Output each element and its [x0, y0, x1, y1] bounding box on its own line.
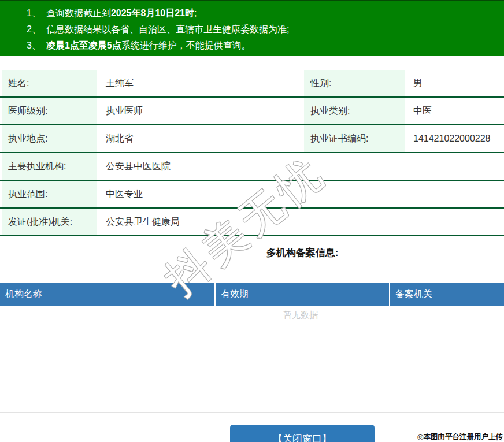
empty-data-text: 暂无数据 — [49, 310, 504, 321]
practitioner-detail-table: 姓名: 王纯军 性别: 男 医师级别: 执业医师 执业类别: 中医 执业地点: … — [0, 70, 504, 236]
field-label-doctor-level: 医师级别: — [2, 98, 97, 124]
header-cell-institution-name: 机构名称 — [0, 283, 214, 306]
field-value-practice-scope: 中医专业 — [97, 181, 504, 207]
field-value-doctor-level: 执业医师 — [97, 98, 302, 124]
notice-text-bold: 2025年8月10日21时 — [111, 8, 194, 18]
record-table-header: 机构名称 有效期 备案机关 — [0, 283, 504, 306]
field-label-practice-category: 执业类别: — [304, 98, 405, 124]
field-value-practice-category: 中医 — [405, 98, 504, 124]
divider — [0, 412, 504, 413]
notice-number: 3、 — [27, 40, 41, 50]
notice-text: 信息数据结果以各省、自治区、直辖市卫生健康委数据为准; — [46, 24, 289, 34]
field-label-gender: 性别: — [304, 70, 405, 96]
field-label-issuing-authority: 发证(批准)机关: — [2, 209, 97, 235]
divider — [0, 332, 504, 332]
table-row: 发证(批准)机关: 公安县卫生健康局 — [0, 209, 504, 236]
field-label-main-institution: 主要执业机构: — [2, 153, 97, 180]
notice-line-1: 1、查询数据截止到2025年8月10日21时; — [27, 5, 498, 21]
notice-text: 查询数据截止到 — [46, 8, 111, 18]
table-row: 姓名: 王纯军 性别: 男 — [0, 70, 504, 98]
query-result-page: 1、查询数据截止到2025年8月10日21时; 2、信息数据结果以各省、自治区、… — [0, 0, 504, 442]
credit-text: ◎本图由平台注册用户上传 — [417, 432, 503, 442]
field-label-name: 姓名: — [2, 70, 97, 96]
field-label-practice-location: 执业地点: — [2, 125, 97, 152]
field-label-practice-scope: 执业范围: — [2, 181, 97, 207]
notice-line-2: 2、信息数据结果以各省、自治区、直辖市卫生健康委数据为准; — [27, 21, 498, 38]
field-value-practice-location: 湖北省 — [97, 125, 302, 152]
notice-text: 系统进行维护，不能提供查询。 — [121, 40, 251, 50]
notice-number: 1、 — [27, 8, 41, 18]
divider — [0, 270, 504, 270]
notice-text: ; — [194, 8, 197, 18]
table-row: 主要执业机构: 公安县中医医院 — [0, 153, 504, 181]
field-value-name: 王纯军 — [97, 70, 302, 96]
notice-banner: 1、查询数据截止到2025年8月10日21时; 2、信息数据结果以各省、自治区、… — [0, 0, 504, 56]
field-value-main-institution: 公安县中医医院 — [97, 153, 504, 180]
header-cell-validity-period: 有效期 — [214, 283, 389, 306]
field-value-certificate-code: 141421022000228 — [405, 125, 504, 152]
notice-line-3: 3、凌晨1点至凌晨5点系统进行维护，不能提供查询。 — [27, 38, 498, 54]
table-row: 医师级别: 执业医师 执业类别: 中医 — [0, 98, 504, 125]
field-value-issuing-authority: 公安县卫生健康局 — [97, 209, 504, 235]
field-value-gender: 男 — [405, 70, 504, 96]
notice-text-bold: 凌晨1点至凌晨5点 — [46, 40, 121, 50]
table-row: 执业地点: 湖北省 执业证书编码: 141421022000228 — [0, 125, 504, 153]
section-title-multi-institution: 多机构备案信息: — [50, 246, 504, 259]
notice-number: 2、 — [27, 24, 41, 34]
field-label-certificate-code: 执业证书编码: — [304, 125, 405, 152]
header-cell-record-authority: 备案机关 — [389, 283, 504, 306]
table-row: 执业范围: 中医专业 — [0, 181, 504, 209]
close-window-button[interactable]: 【关闭窗口】 — [230, 425, 375, 442]
